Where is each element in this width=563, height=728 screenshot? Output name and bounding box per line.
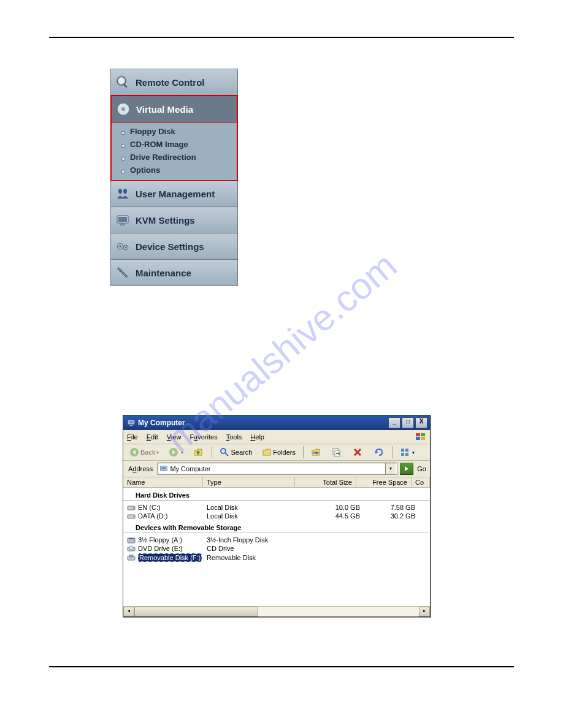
back-button[interactable]: Back ▾ xyxy=(126,446,163,458)
scroll-left-button[interactable]: ◂ xyxy=(123,607,134,616)
menu-tools[interactable]: Tools xyxy=(226,433,242,441)
move-to-button[interactable] xyxy=(307,446,326,458)
undo-button[interactable] xyxy=(370,446,388,458)
sidebar-item-device-settings[interactable]: Device Settings xyxy=(111,233,237,260)
scroll-track[interactable] xyxy=(134,607,419,616)
search-icon xyxy=(220,447,229,457)
drive-name: Removable Disk (F:) xyxy=(138,553,202,562)
sidebar-item-kvm-settings[interactable]: KVM Settings xyxy=(111,207,237,233)
drive-row-d[interactable]: DATA (D:) Local Disk 44.5 GB 30.2 GB xyxy=(123,512,430,520)
views-icon xyxy=(400,447,410,457)
bottom-rule xyxy=(49,666,514,667)
svg-rect-24 xyxy=(421,437,425,440)
column-total-size[interactable]: Total Size xyxy=(295,477,356,487)
svg-rect-48 xyxy=(129,555,133,557)
copy-to-icon xyxy=(332,447,342,457)
my-computer-icon xyxy=(127,419,136,427)
menu-edit[interactable]: Edit xyxy=(147,433,158,441)
horizontal-scrollbar[interactable]: ◂ ▸ xyxy=(123,606,430,616)
dropdown-arrow-icon: ▾ xyxy=(412,450,415,455)
column-name[interactable]: Name xyxy=(123,477,203,487)
sidebar-item-maintenance[interactable]: Maintenance xyxy=(111,260,237,286)
drive-row-c[interactable]: EN (C:) Local Disk 10.0 GB 7.58 GB xyxy=(123,503,430,512)
removable-icon xyxy=(127,554,136,561)
my-computer-window: My Computer _ □ X File Edit View Favorit… xyxy=(123,415,431,617)
scroll-thumb[interactable] xyxy=(134,607,258,616)
svg-rect-19 xyxy=(129,421,134,423)
up-button[interactable] xyxy=(190,446,208,458)
address-label: Address xyxy=(126,465,155,472)
svg-rect-33 xyxy=(401,449,404,452)
search-label: Search xyxy=(231,449,252,456)
views-button[interactable]: ▾ xyxy=(396,446,418,458)
sidebar-item-label: Remote Control xyxy=(136,77,205,88)
svg-point-1 xyxy=(119,78,124,83)
drive-row-floppy[interactable]: 3½ Floppy (A:) 3½-Inch Floppy Disk xyxy=(123,536,430,544)
drive-type: 3½-Inch Floppy Disk xyxy=(207,536,299,544)
submenu-label: Floppy Disk xyxy=(130,127,175,136)
column-comments[interactable]: Co xyxy=(412,477,430,487)
submenu-label: CD-ROM Image xyxy=(130,140,188,149)
toolbar-separator xyxy=(303,446,304,458)
svg-rect-21 xyxy=(416,433,420,436)
menu-file[interactable]: File xyxy=(127,433,138,441)
drive-size: 44.5 GB xyxy=(299,512,360,520)
svg-point-40 xyxy=(133,507,134,509)
drive-type: CD Drive xyxy=(207,545,299,552)
submenu-floppy-disk[interactable]: Floppy Disk xyxy=(112,125,237,138)
menu-favorites[interactable]: Favorites xyxy=(190,433,217,441)
drive-row-removable[interactable]: Removable Disk (F:) Removable Disk xyxy=(123,553,430,563)
file-list-view: Name Type Total Size Free Space Co Hard … xyxy=(123,477,430,606)
copy-to-button[interactable] xyxy=(328,446,347,458)
scroll-right-button[interactable]: ▸ xyxy=(419,607,430,616)
maximize-button[interactable]: □ xyxy=(402,417,414,428)
floppy-icon xyxy=(127,536,136,544)
go-label: Go xyxy=(416,465,427,472)
svg-point-17 xyxy=(125,247,126,248)
folders-icon xyxy=(262,447,272,457)
my-computer-icon xyxy=(159,464,168,473)
sidebar-item-remote-control[interactable]: Remote Control xyxy=(111,69,237,96)
menubar: File Edit View Favorites Tools Help xyxy=(123,430,430,444)
group-removable-storage: Devices with Removable Storage xyxy=(123,520,430,533)
svg-rect-23 xyxy=(416,437,420,440)
submenu-cdrom-image[interactable]: CD-ROM Image xyxy=(112,138,237,151)
group-hard-disk-drives: Hard Disk Drives xyxy=(123,488,430,501)
column-type[interactable]: Type xyxy=(203,477,295,487)
svg-rect-13 xyxy=(120,224,125,226)
drive-free: 7.58 GB xyxy=(360,504,415,511)
svg-rect-44 xyxy=(129,538,134,539)
toolbar-separator xyxy=(212,446,212,458)
titlebar[interactable]: My Computer _ □ X xyxy=(123,415,430,430)
go-button[interactable] xyxy=(400,463,413,475)
svg-point-5 xyxy=(121,131,125,135)
submenu-label: Options xyxy=(130,165,160,175)
column-free-space[interactable]: Free Space xyxy=(356,477,412,487)
undo-icon xyxy=(373,447,383,457)
minimize-button[interactable]: _ xyxy=(388,417,400,428)
close-button[interactable]: X xyxy=(415,417,427,428)
svg-point-10 xyxy=(123,189,127,194)
drive-row-dvd[interactable]: DVD Drive (E:) CD Drive xyxy=(123,544,430,553)
svg-rect-2 xyxy=(123,83,127,88)
drive-name: DATA (D:) xyxy=(138,512,167,520)
sidebar-item-user-management[interactable]: User Management xyxy=(111,181,237,207)
submenu-options[interactable]: Options xyxy=(112,164,237,176)
svg-rect-20 xyxy=(129,425,132,427)
search-button[interactable]: Search xyxy=(216,446,256,458)
delete-button[interactable] xyxy=(349,446,367,458)
menu-help[interactable]: Help xyxy=(250,433,264,441)
bullet-icon xyxy=(120,167,126,173)
svg-point-27 xyxy=(221,449,226,453)
forward-button[interactable]: ▾ xyxy=(165,446,187,458)
users-icon xyxy=(115,186,131,202)
address-dropdown-button[interactable]: ▾ xyxy=(385,463,396,474)
folders-button[interactable]: Folders xyxy=(258,446,299,458)
submenu-drive-redirection[interactable]: Drive Redirection xyxy=(112,151,237,164)
sidebar-item-label: Device Settings xyxy=(136,241,204,252)
top-rule xyxy=(49,37,514,38)
sidebar-item-virtual-media[interactable]: Virtual Media xyxy=(110,95,238,123)
menu-view[interactable]: View xyxy=(167,433,182,441)
address-field[interactable]: My Computer ▾ xyxy=(158,463,397,475)
addressbar: Address My Computer ▾ Go xyxy=(123,461,430,477)
